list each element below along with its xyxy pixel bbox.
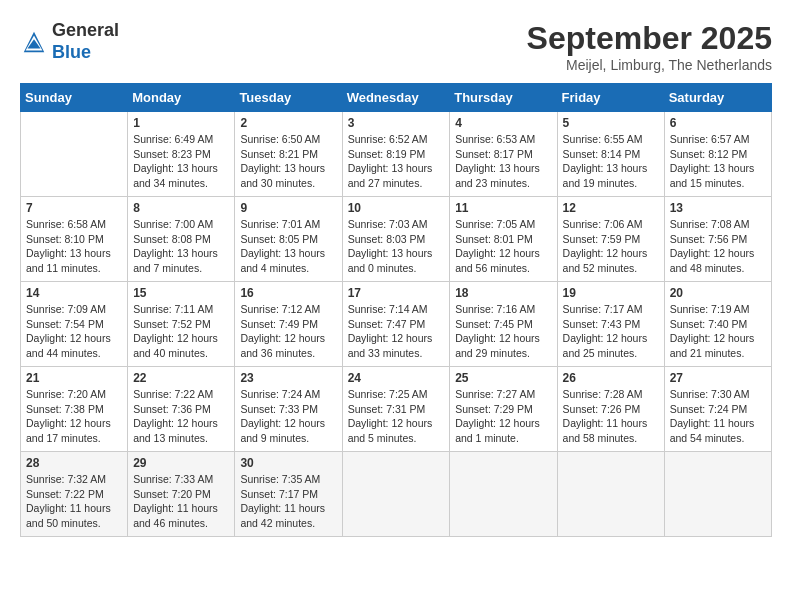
calendar-cell: 4Sunrise: 6:53 AMSunset: 8:17 PMDaylight… <box>450 112 557 197</box>
calendar-cell: 18Sunrise: 7:16 AMSunset: 7:45 PMDayligh… <box>450 282 557 367</box>
calendar-cell: 16Sunrise: 7:12 AMSunset: 7:49 PMDayligh… <box>235 282 342 367</box>
day-number: 8 <box>133 201 229 215</box>
calendar-cell: 6Sunrise: 6:57 AMSunset: 8:12 PMDaylight… <box>664 112 771 197</box>
calendar-header-row: SundayMondayTuesdayWednesdayThursdayFrid… <box>21 84 772 112</box>
day-info: Sunrise: 7:27 AMSunset: 7:29 PMDaylight:… <box>455 387 551 446</box>
day-of-week-header: Thursday <box>450 84 557 112</box>
calendar-cell <box>450 452 557 537</box>
calendar-cell: 26Sunrise: 7:28 AMSunset: 7:26 PMDayligh… <box>557 367 664 452</box>
day-info: Sunrise: 7:03 AMSunset: 8:03 PMDaylight:… <box>348 217 445 276</box>
day-number: 7 <box>26 201 122 215</box>
calendar-cell <box>664 452 771 537</box>
day-info: Sunrise: 7:19 AMSunset: 7:40 PMDaylight:… <box>670 302 766 361</box>
day-info: Sunrise: 7:06 AMSunset: 7:59 PMDaylight:… <box>563 217 659 276</box>
logo-icon <box>20 28 48 56</box>
day-number: 27 <box>670 371 766 385</box>
day-number: 10 <box>348 201 445 215</box>
day-number: 25 <box>455 371 551 385</box>
day-of-week-header: Saturday <box>664 84 771 112</box>
day-number: 4 <box>455 116 551 130</box>
day-info: Sunrise: 7:16 AMSunset: 7:45 PMDaylight:… <box>455 302 551 361</box>
day-number: 23 <box>240 371 336 385</box>
day-number: 19 <box>563 286 659 300</box>
calendar-cell: 7Sunrise: 6:58 AMSunset: 8:10 PMDaylight… <box>21 197 128 282</box>
day-number: 11 <box>455 201 551 215</box>
day-number: 12 <box>563 201 659 215</box>
day-number: 2 <box>240 116 336 130</box>
day-info: Sunrise: 7:25 AMSunset: 7:31 PMDaylight:… <box>348 387 445 446</box>
day-info: Sunrise: 7:30 AMSunset: 7:24 PMDaylight:… <box>670 387 766 446</box>
day-info: Sunrise: 7:12 AMSunset: 7:49 PMDaylight:… <box>240 302 336 361</box>
day-number: 15 <box>133 286 229 300</box>
day-number: 26 <box>563 371 659 385</box>
day-of-week-header: Sunday <box>21 84 128 112</box>
day-info: Sunrise: 6:53 AMSunset: 8:17 PMDaylight:… <box>455 132 551 191</box>
calendar-cell: 27Sunrise: 7:30 AMSunset: 7:24 PMDayligh… <box>664 367 771 452</box>
day-info: Sunrise: 7:01 AMSunset: 8:05 PMDaylight:… <box>240 217 336 276</box>
day-number: 30 <box>240 456 336 470</box>
calendar-cell: 29Sunrise: 7:33 AMSunset: 7:20 PMDayligh… <box>128 452 235 537</box>
day-number: 22 <box>133 371 229 385</box>
calendar-week-row: 1Sunrise: 6:49 AMSunset: 8:23 PMDaylight… <box>21 112 772 197</box>
calendar-week-row: 21Sunrise: 7:20 AMSunset: 7:38 PMDayligh… <box>21 367 772 452</box>
calendar-cell: 21Sunrise: 7:20 AMSunset: 7:38 PMDayligh… <box>21 367 128 452</box>
calendar-cell <box>557 452 664 537</box>
calendar-cell: 20Sunrise: 7:19 AMSunset: 7:40 PMDayligh… <box>664 282 771 367</box>
calendar-cell: 13Sunrise: 7:08 AMSunset: 7:56 PMDayligh… <box>664 197 771 282</box>
calendar-cell: 2Sunrise: 6:50 AMSunset: 8:21 PMDaylight… <box>235 112 342 197</box>
day-number: 13 <box>670 201 766 215</box>
day-info: Sunrise: 6:50 AMSunset: 8:21 PMDaylight:… <box>240 132 336 191</box>
day-number: 5 <box>563 116 659 130</box>
day-number: 28 <box>26 456 122 470</box>
day-number: 20 <box>670 286 766 300</box>
day-info: Sunrise: 6:49 AMSunset: 8:23 PMDaylight:… <box>133 132 229 191</box>
calendar-cell: 25Sunrise: 7:27 AMSunset: 7:29 PMDayligh… <box>450 367 557 452</box>
day-number: 29 <box>133 456 229 470</box>
day-info: Sunrise: 7:14 AMSunset: 7:47 PMDaylight:… <box>348 302 445 361</box>
logo-blue-text: Blue <box>52 42 119 64</box>
calendar-cell: 12Sunrise: 7:06 AMSunset: 7:59 PMDayligh… <box>557 197 664 282</box>
day-info: Sunrise: 7:09 AMSunset: 7:54 PMDaylight:… <box>26 302 122 361</box>
calendar-cell: 30Sunrise: 7:35 AMSunset: 7:17 PMDayligh… <box>235 452 342 537</box>
calendar-cell: 17Sunrise: 7:14 AMSunset: 7:47 PMDayligh… <box>342 282 450 367</box>
day-info: Sunrise: 7:32 AMSunset: 7:22 PMDaylight:… <box>26 472 122 531</box>
calendar-week-row: 14Sunrise: 7:09 AMSunset: 7:54 PMDayligh… <box>21 282 772 367</box>
calendar-table: SundayMondayTuesdayWednesdayThursdayFrid… <box>20 83 772 537</box>
calendar-cell <box>21 112 128 197</box>
day-of-week-header: Monday <box>128 84 235 112</box>
day-info: Sunrise: 6:52 AMSunset: 8:19 PMDaylight:… <box>348 132 445 191</box>
calendar-cell: 19Sunrise: 7:17 AMSunset: 7:43 PMDayligh… <box>557 282 664 367</box>
day-number: 24 <box>348 371 445 385</box>
day-info: Sunrise: 7:05 AMSunset: 8:01 PMDaylight:… <box>455 217 551 276</box>
day-info: Sunrise: 7:33 AMSunset: 7:20 PMDaylight:… <box>133 472 229 531</box>
day-of-week-header: Friday <box>557 84 664 112</box>
calendar-week-row: 7Sunrise: 6:58 AMSunset: 8:10 PMDaylight… <box>21 197 772 282</box>
day-number: 9 <box>240 201 336 215</box>
day-info: Sunrise: 7:11 AMSunset: 7:52 PMDaylight:… <box>133 302 229 361</box>
day-info: Sunrise: 6:57 AMSunset: 8:12 PMDaylight:… <box>670 132 766 191</box>
calendar-cell: 28Sunrise: 7:32 AMSunset: 7:22 PMDayligh… <box>21 452 128 537</box>
calendar-cell <box>342 452 450 537</box>
day-info: Sunrise: 7:24 AMSunset: 7:33 PMDaylight:… <box>240 387 336 446</box>
day-number: 6 <box>670 116 766 130</box>
day-number: 21 <box>26 371 122 385</box>
day-number: 16 <box>240 286 336 300</box>
calendar-cell: 10Sunrise: 7:03 AMSunset: 8:03 PMDayligh… <box>342 197 450 282</box>
day-number: 17 <box>348 286 445 300</box>
day-info: Sunrise: 7:20 AMSunset: 7:38 PMDaylight:… <box>26 387 122 446</box>
day-info: Sunrise: 7:35 AMSunset: 7:17 PMDaylight:… <box>240 472 336 531</box>
calendar-cell: 3Sunrise: 6:52 AMSunset: 8:19 PMDaylight… <box>342 112 450 197</box>
day-info: Sunrise: 7:00 AMSunset: 8:08 PMDaylight:… <box>133 217 229 276</box>
calendar-cell: 22Sunrise: 7:22 AMSunset: 7:36 PMDayligh… <box>128 367 235 452</box>
day-number: 18 <box>455 286 551 300</box>
day-number: 14 <box>26 286 122 300</box>
day-info: Sunrise: 7:17 AMSunset: 7:43 PMDaylight:… <box>563 302 659 361</box>
day-number: 1 <box>133 116 229 130</box>
calendar-cell: 24Sunrise: 7:25 AMSunset: 7:31 PMDayligh… <box>342 367 450 452</box>
calendar-cell: 9Sunrise: 7:01 AMSunset: 8:05 PMDaylight… <box>235 197 342 282</box>
day-of-week-header: Tuesday <box>235 84 342 112</box>
day-info: Sunrise: 6:55 AMSunset: 8:14 PMDaylight:… <box>563 132 659 191</box>
logo: General Blue <box>20 20 119 63</box>
day-info: Sunrise: 7:08 AMSunset: 7:56 PMDaylight:… <box>670 217 766 276</box>
logo-general-text: General <box>52 20 119 42</box>
